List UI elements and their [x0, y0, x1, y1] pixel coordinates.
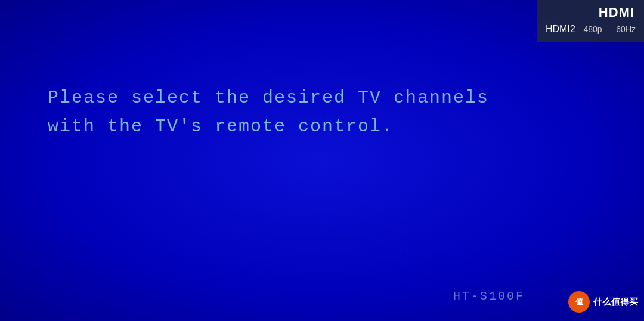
hdmi-frequency: 60Hz [616, 24, 636, 34]
tv-screen: Please select the desired TV channels wi… [0, 0, 644, 321]
hdmi-title: HDMI [546, 5, 636, 20]
watermark: 值 什么值得买 [568, 291, 638, 313]
message-line1: Please select the desired TV channels [48, 84, 489, 112]
hdmi-source: HDMI2 [546, 24, 575, 35]
hdmi-details: HDMI2 480p 60Hz [546, 24, 636, 35]
watermark-site: 什么值得买 [593, 297, 638, 308]
watermark-icon: 值 [568, 291, 590, 313]
hdmi-overlay: HDMI HDMI2 480p 60Hz [537, 0, 644, 42]
message-line2: with the TV's remote control. [48, 112, 489, 141]
model-label: HT-S100F [453, 289, 525, 303]
main-message: Please select the desired TV channels wi… [48, 84, 489, 141]
hdmi-resolution: 480p [583, 24, 602, 34]
